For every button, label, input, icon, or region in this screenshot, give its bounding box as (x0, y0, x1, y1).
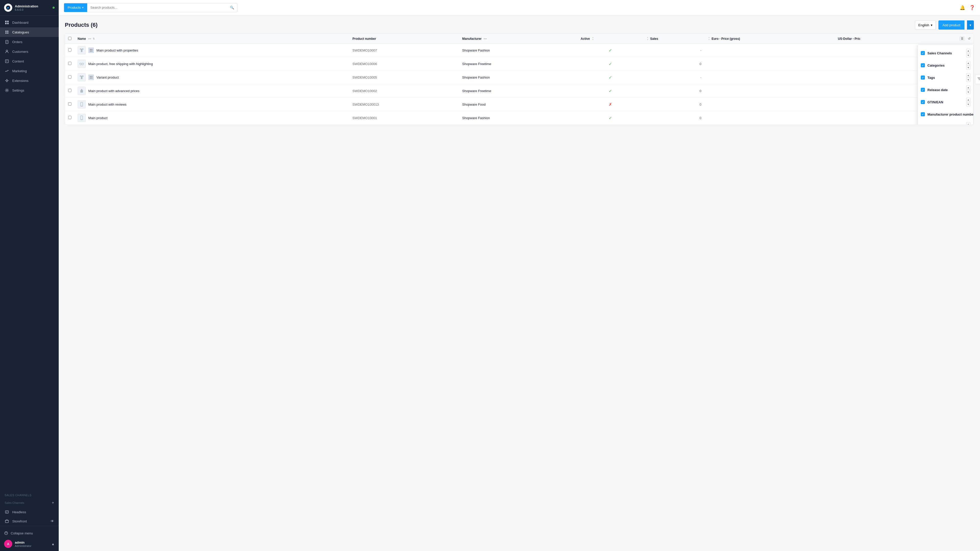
th-columns-menu-icon[interactable]: ☰ (959, 37, 965, 41)
th-refresh-icon[interactable]: ↺ (968, 37, 970, 41)
manufacturer-cell: Shopware Freetime (459, 84, 578, 98)
product-number-cell: SWDEMO10001 (349, 111, 459, 125)
product-name[interactable]: Variant product (97, 76, 119, 79)
row-checkbox-cell[interactable] (65, 71, 75, 84)
svg-rect-26 (90, 78, 91, 79)
sidebar-item-label-customers: Customers (12, 50, 28, 54)
th-active-sort-up-icon[interactable]: ▲ (592, 37, 594, 38)
product-name[interactable]: Main product with reviews (88, 103, 127, 106)
collapse-menu-button[interactable]: Collapse menu (4, 529, 55, 537)
product-name[interactable]: Main product with advanced prices (88, 89, 139, 93)
th-manufacturer-menu-icon[interactable]: ••• (484, 37, 487, 41)
categories-arrow-down[interactable]: ▼ (966, 65, 970, 70)
col-option-width[interactable]: ✓ Width (mm) ▲ ▼ (918, 121, 974, 124)
row-checkbox-cell[interactable] (65, 98, 75, 111)
th-name-menu-icon[interactable]: ••• (88, 37, 91, 41)
topbar-right: 🔔 ❓ (959, 5, 975, 11)
sidebar-item-storefront[interactable]: Storefront 👁 (0, 516, 59, 526)
row-checkbox[interactable] (68, 102, 72, 106)
sidebar-item-orders[interactable]: Orders (0, 37, 59, 47)
product-name-cell: Main product (75, 111, 349, 125)
col-option-gtin_ean[interactable]: ✓ GTIN/EAN ▲ ▼ (918, 96, 974, 108)
row-checkbox[interactable] (68, 89, 72, 92)
sidebar-item-add-sales-channel[interactable]: Sales Channels + (0, 498, 59, 507)
sidebar-item-dashboard[interactable]: Dashboard (0, 17, 59, 27)
sidebar-item-customers[interactable]: Customers (0, 47, 59, 56)
width-arrow-up[interactable]: ▲ (966, 122, 970, 124)
sidebar-item-content[interactable]: Content (0, 56, 59, 66)
release_date-arrow-up[interactable]: ▲ (966, 86, 970, 89)
search-category-button[interactable]: Products ▾ (64, 3, 87, 12)
app-logo[interactable] (4, 3, 12, 12)
th-euro-sort-up-icon[interactable]: ▲ (708, 37, 710, 38)
sales-cell: 0 (643, 111, 705, 125)
row-checkbox-cell[interactable] (65, 111, 75, 125)
th-sales-sort-up-icon[interactable]: ▲ (647, 37, 649, 38)
add-product-dropdown-button[interactable]: ▾ (967, 21, 974, 30)
product-name-cell: Main product with properties (75, 44, 349, 57)
tags-checkbox[interactable]: ✓ (921, 76, 925, 79)
sales_channels-arrow-down[interactable]: ▼ (966, 53, 970, 57)
release_date-checkbox[interactable]: ✓ (921, 88, 925, 92)
col-option-release_date[interactable]: ✓ Release date ▲ ▼ (918, 84, 974, 96)
active-check-icon: ✓ (609, 116, 612, 120)
th-sales-sort-down-icon[interactable]: ▼ (647, 39, 649, 41)
sales_channels-checkbox[interactable]: ✓ (921, 51, 925, 55)
select-all-checkbox[interactable] (68, 37, 72, 40)
storefront-visibility-icon[interactable]: 👁 (51, 519, 54, 523)
th-active-sort[interactable]: ▲ ▼ (592, 37, 594, 41)
product-name[interactable]: Main product with properties (97, 48, 138, 52)
page-header: Products (6) English ▾ Add product ▾ (65, 21, 974, 30)
sidebar-item-catalogues[interactable]: Catalogues (0, 27, 59, 37)
th-name-sort-icon[interactable]: ⇅ (93, 37, 95, 40)
th-active-sort-down-icon[interactable]: ▼ (592, 39, 594, 41)
sidebar-item-settings[interactable]: Settings (0, 86, 59, 95)
add-product-button[interactable]: Add product (939, 21, 964, 30)
product-thumbnail (78, 46, 86, 54)
user-info[interactable]: A admin Administrator ▲ (4, 540, 55, 548)
tags-arrow-up[interactable]: ▲ (966, 73, 970, 77)
col-option-categories[interactable]: ✓ Categories ▲ ▼ (918, 59, 974, 71)
row-checkbox-cell[interactable] (65, 44, 75, 57)
th-us-price-label: US-Dollar - Pric (838, 37, 860, 41)
manufacturer_product_number-checkbox[interactable]: ✓ (921, 112, 925, 116)
row-checkbox-cell[interactable] (65, 57, 75, 71)
th-euro-sort[interactable]: ▲ ▼ (708, 37, 710, 41)
sidebar-item-headless[interactable]: Headless (0, 507, 59, 516)
sidebar-item-label-extensions: Extensions (12, 79, 29, 83)
user-menu-chevron-icon[interactable]: ▲ (51, 542, 55, 546)
gtin_ean-checkbox[interactable]: ✓ (921, 100, 925, 104)
product-name[interactable]: Main product, free shipping with highlig… (88, 62, 153, 66)
sales_channels-arrow-up[interactable]: ▲ (966, 49, 970, 53)
sidebar-item-extensions[interactable]: Extensions (0, 76, 59, 86)
content-icon (5, 59, 9, 64)
gtin_ean-arrow-down[interactable]: ▼ (966, 102, 970, 106)
row-checkbox[interactable] (68, 48, 72, 52)
categories-checkbox[interactable]: ✓ (921, 63, 925, 67)
col-option-tags[interactable]: ✓ Tags ▲ ▼ (918, 71, 974, 84)
gtin_ean-arrow-up[interactable]: ▲ (966, 98, 970, 102)
sidebar-item-marketing[interactable]: Marketing (0, 66, 59, 76)
product-name[interactable]: Main product (88, 116, 107, 120)
tags-arrow-down[interactable]: ▼ (966, 78, 970, 82)
th-euro-sort-down-icon[interactable]: ▼ (708, 39, 710, 41)
add-sales-channel-icon[interactable]: + (52, 500, 54, 505)
notifications-icon[interactable]: 🔔 (959, 5, 965, 11)
sidebar-header: Administration 6.6.6.0 (0, 0, 59, 16)
filter-button[interactable] (975, 75, 980, 84)
row-checkbox[interactable] (68, 62, 72, 65)
col-option-manufacturer_product_number[interactable]: ✓ Manufacturer product number ▲ ▼ (918, 108, 974, 121)
release_date-arrow-down[interactable]: ▼ (966, 90, 970, 94)
th-euro-price-label: Euro - Price (gross) (711, 37, 740, 41)
row-checkbox-cell[interactable] (65, 84, 75, 98)
search-input[interactable] (87, 3, 227, 12)
help-icon[interactable]: ❓ (969, 5, 975, 11)
row-checkbox[interactable] (68, 75, 72, 79)
th-sales-sort[interactable]: ▲ ▼ (647, 37, 649, 41)
language-selector[interactable]: English ▾ (915, 21, 936, 30)
col-option-sales_channels[interactable]: ✓ Sales Channels ▲ ▼ (918, 47, 974, 59)
search-submit-icon[interactable]: 🔍 (227, 6, 237, 10)
categories-arrow-up[interactable]: ▲ (966, 61, 970, 65)
row-checkbox[interactable] (68, 116, 72, 119)
select-all-header[interactable] (65, 34, 75, 44)
